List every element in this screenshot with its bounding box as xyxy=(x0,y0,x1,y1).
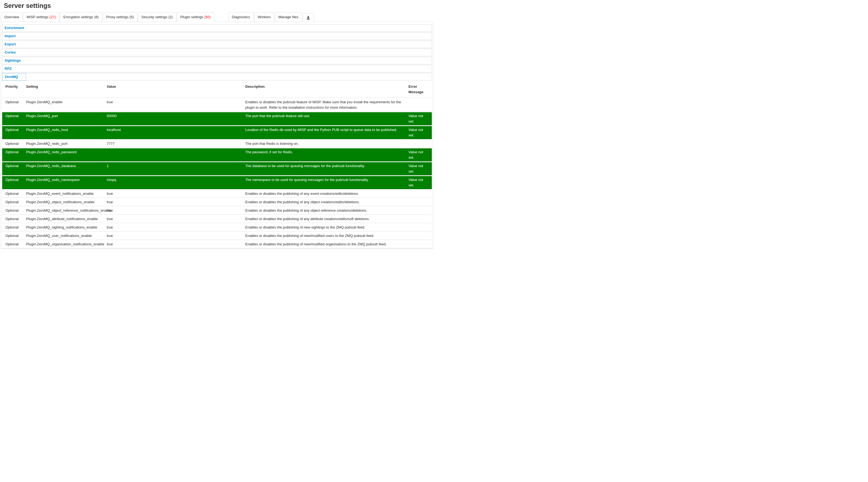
value-cell[interactable]: 1 xyxy=(104,161,243,175)
value-cell[interactable]: true xyxy=(104,223,243,231)
value-cell[interactable]: true xyxy=(104,189,243,198)
table-row: Optional Plugin.ZeroMQ_redis_namespace m… xyxy=(2,175,432,189)
tab-label: Overview xyxy=(4,15,19,19)
description-cell: Enables or disables the publishing of an… xyxy=(243,214,406,223)
value-cell[interactable]: true xyxy=(104,240,243,248)
error-message-cell xyxy=(406,240,432,248)
priority-cell: Optional xyxy=(2,97,24,111)
value-cell[interactable]: true xyxy=(104,97,243,111)
tab-count-badge: (5) xyxy=(129,15,134,19)
setting-cell: Plugin.ZeroMQ_event_notifications_enable xyxy=(24,189,104,198)
priority-cell: Optional xyxy=(2,175,24,189)
accordion-section-sightings[interactable]: Sightings xyxy=(2,57,432,64)
tab-plugin-settings[interactable]: Plugin settings(50) xyxy=(177,12,214,22)
tab-label: Manage files xyxy=(278,15,299,19)
tab-security-settings[interactable]: Security settings(2) xyxy=(138,12,176,22)
table-row: Optional Plugin.ZeroMQ_organisation_noti… xyxy=(2,240,432,248)
priority-cell: Optional xyxy=(2,231,24,240)
tab-diagnostics[interactable]: Diagnostics xyxy=(228,12,254,22)
value-cell[interactable] xyxy=(104,148,243,161)
accordion-section-import[interactable]: Import xyxy=(2,32,432,40)
table-row: Optional Plugin.ZeroMQ_port 50000 The po… xyxy=(2,111,432,125)
value-cell[interactable]: localhost xyxy=(104,125,243,139)
value-cell[interactable]: 7777 xyxy=(104,139,243,148)
priority-cell: Optional xyxy=(2,161,24,175)
description-cell: The password, if set for Redis. xyxy=(243,148,406,161)
description-cell: Enables or disables the publishing of ne… xyxy=(243,240,406,248)
setting-cell: Plugin.ZeroMQ_redis_database xyxy=(24,161,104,175)
setting-cell: Plugin.ZeroMQ_redis_host xyxy=(24,125,104,139)
accordion-toggle-link[interactable]: RPZ xyxy=(2,65,14,72)
setting-cell: Plugin.ZeroMQ_organisation_notifications… xyxy=(24,240,104,248)
error-message-cell xyxy=(406,223,432,231)
table-row: Optional Plugin.ZeroMQ_user_notification… xyxy=(2,231,432,240)
column-header-priority: Priority xyxy=(2,82,24,97)
table-row: Optional Plugin.ZeroMQ_redis_database 1 … xyxy=(2,161,432,175)
tab-label: MISP settings xyxy=(27,15,48,19)
priority-cell: Optional xyxy=(2,206,24,214)
error-message-cell xyxy=(406,139,432,148)
accordion-toggle-link[interactable]: Sightings xyxy=(2,57,23,64)
accordion-section-cortex[interactable]: Cortex xyxy=(2,49,432,56)
priority-cell: Optional xyxy=(2,198,24,206)
setting-cell: Plugin.ZeroMQ_object_reference_notificat… xyxy=(24,206,104,214)
table-row: Optional Plugin.ZeroMQ_enable true Enabl… xyxy=(2,97,432,111)
value-cell[interactable]: mispq xyxy=(104,175,243,189)
tab-encryption-settings[interactable]: Encryption settings(6) xyxy=(60,12,102,22)
setting-cell: Plugin.ZeroMQ_redis_namespace xyxy=(24,175,104,189)
plugin-settings-panel: Enrichment Import Export Cortex Sighting… xyxy=(1,22,433,249)
error-message-cell: Value not set. xyxy=(406,111,432,125)
description-cell: Enables or disables the publishing of ne… xyxy=(243,231,406,240)
tab-download-settings[interactable] xyxy=(303,13,314,22)
accordion-section-export[interactable]: Export xyxy=(2,40,432,48)
accordion-section-rpz[interactable]: RPZ xyxy=(2,65,432,72)
accordion-section-zeromq[interactable]: ZeroMQ xyxy=(2,73,432,81)
setting-cell: Plugin.ZeroMQ_redis_port xyxy=(24,139,104,148)
tab-label: Workers xyxy=(258,15,271,19)
value-cell[interactable]: true xyxy=(104,206,243,214)
download-icon xyxy=(306,16,310,20)
accordion-section-enrichment[interactable]: Enrichment xyxy=(2,24,432,32)
settings-tab-bar: Overview MISP settings(27) Encryption se… xyxy=(1,12,433,22)
tab-misp-settings[interactable]: MISP settings(27) xyxy=(23,12,59,22)
description-cell: The port that the pub/sub feature will u… xyxy=(243,111,406,125)
error-message-cell xyxy=(406,97,432,111)
accordion-toggle-link[interactable]: Cortex xyxy=(2,49,18,56)
priority-cell: Optional xyxy=(2,125,24,139)
table-header-row: Priority Setting Value Description Error… xyxy=(2,82,432,97)
table-row: Optional Plugin.ZeroMQ_redis_host localh… xyxy=(2,125,432,139)
accordion-toggle-link[interactable]: Import xyxy=(2,33,18,40)
value-cell[interactable]: true xyxy=(104,231,243,240)
setting-cell: Plugin.ZeroMQ_object_notifications_enabl… xyxy=(24,198,104,206)
setting-cell: Plugin.ZeroMQ_sighting_notifications_ena… xyxy=(24,223,104,231)
tab-count-badge: (27) xyxy=(50,15,56,19)
priority-cell: Optional xyxy=(2,111,24,125)
priority-cell: Optional xyxy=(2,148,24,161)
tab-label: Security settings xyxy=(142,15,167,19)
error-message-cell: Value not set. xyxy=(406,148,432,161)
error-message-cell xyxy=(406,231,432,240)
error-message-cell: Value not set. xyxy=(406,175,432,189)
value-cell[interactable]: true xyxy=(104,198,243,206)
description-cell: Enables or disables the publishing of an… xyxy=(243,189,406,198)
column-header-value: Value xyxy=(104,82,243,97)
error-message-cell xyxy=(406,206,432,214)
accordion-toggle-link[interactable]: Export xyxy=(2,41,18,48)
table-row: Optional Plugin.ZeroMQ_attribute_notific… xyxy=(2,214,432,223)
priority-cell: Optional xyxy=(2,240,24,248)
description-cell: Enables or disables the publishing of an… xyxy=(243,206,406,214)
accordion-toggle-link[interactable]: Enrichment xyxy=(2,25,26,32)
error-message-cell: Value not set. xyxy=(406,125,432,139)
page-title: Server settings xyxy=(4,2,434,9)
setting-cell: Plugin.ZeroMQ_redis_password xyxy=(24,148,104,161)
column-header-error-message: Error Message xyxy=(406,82,432,97)
tab-overview[interactable]: Overview xyxy=(1,12,23,22)
tab-workers[interactable]: Workers xyxy=(254,12,274,22)
accordion-toggle-link[interactable]: ZeroMQ xyxy=(2,73,26,81)
value-cell[interactable]: true xyxy=(104,214,243,223)
priority-cell: Optional xyxy=(2,223,24,231)
tab-manage-files[interactable]: Manage files xyxy=(275,12,302,22)
tab-proxy-settings[interactable]: Proxy settings(5) xyxy=(103,12,137,22)
table-row: Optional Plugin.ZeroMQ_object_reference_… xyxy=(2,206,432,214)
value-cell[interactable]: 50000 xyxy=(104,111,243,125)
